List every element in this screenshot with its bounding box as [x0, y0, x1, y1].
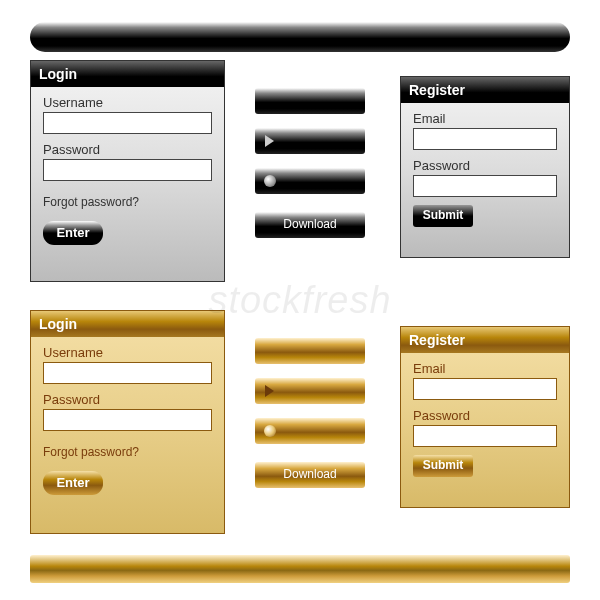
- username-label-gold: Username: [43, 345, 212, 360]
- enter-button-gold[interactable]: Enter: [43, 471, 103, 495]
- download-button-gold[interactable]: Download: [255, 462, 365, 488]
- register-panel-black: Register Email Password Submit: [400, 76, 570, 258]
- login-panel-black: Login Username Password Forgot password?…: [30, 60, 225, 282]
- password-input-gold[interactable]: [43, 409, 212, 431]
- username-input-black[interactable]: [43, 112, 212, 134]
- forgot-password-link-black[interactable]: Forgot password?: [43, 195, 212, 209]
- username-input-gold[interactable]: [43, 362, 212, 384]
- email-input-gold[interactable]: [413, 378, 557, 400]
- top-bar-black: [30, 22, 570, 52]
- play-button-black[interactable]: [255, 128, 365, 154]
- plain-button-gold[interactable]: [255, 338, 365, 364]
- play-button-gold[interactable]: [255, 378, 365, 404]
- enter-button-black[interactable]: Enter: [43, 221, 103, 245]
- bottom-bar-gold: [30, 555, 570, 583]
- username-label-black: Username: [43, 95, 212, 110]
- register-panel-gold: Register Email Password Submit: [400, 326, 570, 508]
- email-input-black[interactable]: [413, 128, 557, 150]
- plain-button-black[interactable]: [255, 88, 365, 114]
- register-black-title: Register: [401, 77, 569, 103]
- reg-password-label-black: Password: [413, 158, 557, 173]
- email-label-black: Email: [413, 111, 557, 126]
- login-panel-gold: Login Username Password Forgot password?…: [30, 310, 225, 534]
- radio-button-black[interactable]: [255, 168, 365, 194]
- watermark-text: stockfresh: [208, 279, 391, 322]
- download-button-black[interactable]: Download: [255, 212, 365, 238]
- submit-button-black[interactable]: Submit: [413, 205, 473, 227]
- reg-password-input-black[interactable]: [413, 175, 557, 197]
- password-label-gold: Password: [43, 392, 212, 407]
- password-label-black: Password: [43, 142, 212, 157]
- reg-password-label-gold: Password: [413, 408, 557, 423]
- password-input-black[interactable]: [43, 159, 212, 181]
- forgot-password-link-gold[interactable]: Forgot password?: [43, 445, 212, 459]
- reg-password-input-gold[interactable]: [413, 425, 557, 447]
- login-gold-title: Login: [31, 311, 224, 337]
- email-label-gold: Email: [413, 361, 557, 376]
- submit-button-gold[interactable]: Submit: [413, 455, 473, 477]
- register-gold-title: Register: [401, 327, 569, 353]
- login-black-title: Login: [31, 61, 224, 87]
- radio-button-gold[interactable]: [255, 418, 365, 444]
